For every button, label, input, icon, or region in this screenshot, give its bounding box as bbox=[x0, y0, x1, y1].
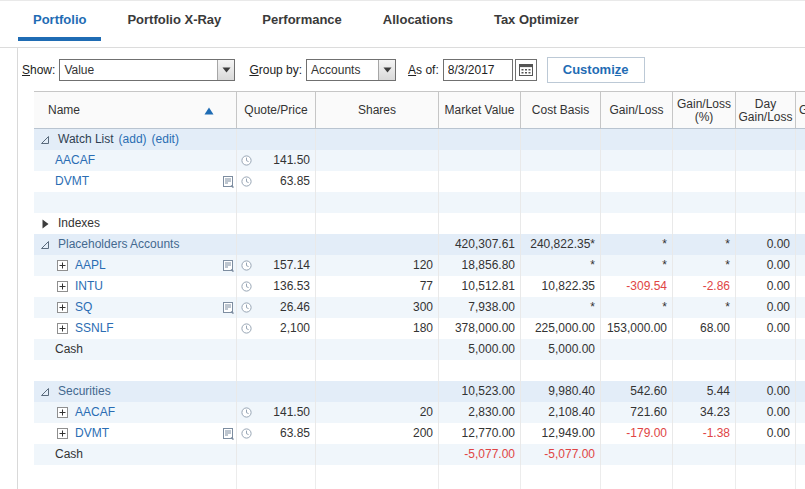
shares-cell: 20 bbox=[316, 402, 439, 423]
expand-plus-icon[interactable] bbox=[57, 407, 68, 418]
expand-plus-icon[interactable] bbox=[57, 260, 68, 271]
table-row: Cash -5,077.00 -5,077.00 bbox=[34, 444, 805, 465]
group-expanded-triangle-icon[interactable] bbox=[40, 387, 50, 397]
ticker-link[interactable]: INTU bbox=[75, 276, 103, 297]
day-gain-loss-cell: 0.00 bbox=[736, 318, 796, 339]
day-gain-loss-cell: 0.00 bbox=[736, 255, 796, 276]
grid-empty-area bbox=[34, 465, 805, 489]
shares-cell: 120 bbox=[316, 255, 439, 276]
sort-ascending-icon bbox=[204, 107, 214, 115]
expand-plus-icon[interactable] bbox=[57, 323, 68, 334]
cost-basis-cell: 240,822.35* bbox=[521, 234, 601, 255]
watchlist-edit-link[interactable]: (edit) bbox=[152, 129, 179, 150]
market-value-cell: 10,523.00 bbox=[439, 381, 521, 402]
clock-icon bbox=[241, 323, 252, 334]
column-header-shares[interactable]: Shares bbox=[316, 92, 439, 128]
group-expanded-triangle-icon[interactable] bbox=[40, 240, 50, 250]
cost-basis-cell: 12,949.00 bbox=[521, 423, 601, 444]
clock-icon bbox=[241, 176, 252, 187]
market-value-cell: 18,856.80 bbox=[439, 255, 521, 276]
column-header-market-value[interactable]: Market Value bbox=[439, 92, 521, 128]
group-label[interactable]: Watch List bbox=[58, 129, 114, 150]
column-header-quote-price[interactable]: Quote/Price bbox=[237, 92, 316, 128]
market-value-cell: 12,770.00 bbox=[439, 423, 521, 444]
group-expanded-triangle-icon[interactable] bbox=[40, 135, 50, 145]
day-gain-loss-cell: 0.00 bbox=[736, 381, 796, 402]
report-sheet-icon[interactable] bbox=[222, 176, 234, 188]
show-select[interactable]: Value bbox=[59, 59, 235, 81]
day-gain-loss-cell: 0.00 bbox=[736, 234, 796, 255]
table-row: SQ 26.46 300 7,938.00 * * * 0.00 bbox=[34, 297, 805, 318]
column-header-gain-loss[interactable]: Gain/Loss bbox=[601, 92, 673, 128]
table-row: Watch List (add) (edit) bbox=[34, 129, 805, 150]
gain-loss-pct-cell: 68.00 bbox=[673, 318, 736, 339]
table-row: DVMT 63.85 bbox=[34, 171, 805, 192]
expand-plus-icon[interactable] bbox=[57, 281, 68, 292]
cost-basis-cell: * bbox=[521, 297, 601, 318]
table-row: Placeholders Accounts 420,307.61 240,822… bbox=[34, 234, 805, 255]
report-sheet-icon[interactable] bbox=[222, 302, 234, 314]
report-sheet-icon[interactable] bbox=[222, 428, 234, 440]
cost-basis-cell: -5,077.00 bbox=[521, 444, 601, 465]
group-by-select-value: Accounts bbox=[307, 60, 378, 80]
group-by-select[interactable]: Accounts bbox=[306, 59, 396, 81]
gain-loss-pct-cell: * bbox=[673, 255, 736, 276]
shares-cell: 180 bbox=[316, 318, 439, 339]
tab-performance[interactable]: Performance bbox=[262, 12, 341, 27]
clock-icon bbox=[241, 260, 252, 271]
column-header-day-gain-loss[interactable]: Day Gain/Loss bbox=[736, 92, 796, 128]
shares-cell: 200 bbox=[316, 423, 439, 444]
gain-loss-cell: * bbox=[601, 234, 673, 255]
ticker-link[interactable]: DVMT bbox=[55, 171, 89, 192]
tab-allocations[interactable]: Allocations bbox=[383, 12, 453, 27]
gain-loss-pct-cell: 34.23 bbox=[673, 402, 736, 423]
column-header-name[interactable]: Name bbox=[34, 92, 237, 128]
day-gain-loss-cell: 0.00 bbox=[736, 402, 796, 423]
expand-plus-icon[interactable] bbox=[57, 428, 68, 439]
ticker-link[interactable]: SQ bbox=[75, 297, 92, 318]
ticker-link[interactable]: SSNLF bbox=[75, 318, 114, 339]
tab-portfolio[interactable]: Portfolio bbox=[33, 12, 86, 27]
ticker-link[interactable]: AAPL bbox=[75, 255, 106, 276]
group-by-label: Group by: bbox=[249, 63, 302, 77]
expand-plus-icon[interactable] bbox=[57, 302, 68, 313]
ticker-link[interactable]: DVMT bbox=[75, 423, 109, 444]
tab-bar: Portfolio Portfolio X-Ray Performance Al… bbox=[0, 0, 805, 48]
column-header-clipped[interactable]: G bbox=[796, 92, 805, 128]
tab-tax-optimizer[interactable]: Tax Optimizer bbox=[494, 12, 579, 27]
gain-loss-cell: -309.54 bbox=[601, 276, 673, 297]
group-label[interactable]: Indexes bbox=[58, 213, 100, 234]
cost-basis-cell: * bbox=[521, 255, 601, 276]
holdings-grid: Name Quote/Price Shares Market Value Cos… bbox=[34, 91, 805, 489]
gain-loss-cell: 153,000.00 bbox=[601, 318, 673, 339]
customize-button[interactable]: Customize bbox=[547, 57, 645, 83]
gain-loss-cell: 542.60 bbox=[601, 381, 673, 402]
table-row: DVMT 63.85 200 12,770.00 12,949.00 -179.… bbox=[34, 423, 805, 444]
group-label[interactable]: Placeholders Accounts bbox=[58, 234, 179, 255]
quote-value: 2,100 bbox=[252, 318, 315, 339]
chevron-down-icon[interactable] bbox=[217, 60, 234, 80]
gain-loss-cell: * bbox=[601, 297, 673, 318]
day-gain-loss-cell: 0.00 bbox=[736, 276, 796, 297]
report-sheet-icon[interactable] bbox=[222, 260, 234, 272]
show-label: Show: bbox=[22, 63, 55, 77]
column-header-gain-loss-pct[interactable]: Gain/Loss (%) bbox=[673, 92, 736, 128]
gain-loss-pct-cell: * bbox=[673, 234, 736, 255]
gain-loss-cell: 721.60 bbox=[601, 402, 673, 423]
group-label[interactable]: Securities bbox=[58, 381, 111, 402]
as-of-label: As of: bbox=[408, 63, 439, 77]
gain-loss-pct-cell: -1.38 bbox=[673, 423, 736, 444]
ticker-link[interactable]: AACAF bbox=[55, 150, 95, 171]
market-value-cell: -5,077.00 bbox=[439, 444, 521, 465]
quote-value: 141.50 bbox=[252, 150, 315, 171]
quote-value: 63.85 bbox=[252, 171, 315, 192]
chevron-down-icon[interactable] bbox=[378, 60, 395, 80]
watchlist-add-link[interactable]: (add) bbox=[119, 129, 147, 150]
ticker-link[interactable]: AACAF bbox=[75, 402, 115, 423]
quote-value: 141.50 bbox=[252, 402, 315, 423]
as-of-date-input[interactable] bbox=[443, 59, 513, 81]
calendar-icon[interactable] bbox=[515, 59, 537, 81]
tab-portfolio-x-ray[interactable]: Portfolio X-Ray bbox=[127, 12, 221, 27]
column-header-cost-basis[interactable]: Cost Basis bbox=[521, 92, 601, 128]
group-collapsed-triangle-icon[interactable] bbox=[40, 219, 50, 229]
